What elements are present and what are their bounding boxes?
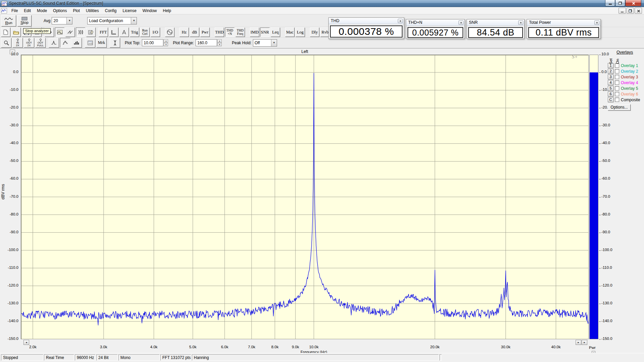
spin-down-icon[interactable]: ▼ xyxy=(217,43,222,47)
spectrum-plot[interactable] xyxy=(21,55,589,339)
overlay-checkbox[interactable] xyxy=(615,75,619,79)
overlay-checkbox[interactable] xyxy=(615,69,619,73)
thd-freq-button[interactable]: THDFreq xyxy=(235,27,245,37)
menu-item[interactable]: Options xyxy=(50,7,70,14)
menu-item[interactable]: Mode xyxy=(34,7,50,14)
bar-graph-button[interactable] xyxy=(71,38,82,48)
overlay-checkbox[interactable] xyxy=(615,86,619,90)
new-file-button[interactable] xyxy=(1,27,10,37)
marker-button[interactable]: Mrk xyxy=(96,38,107,48)
menu-item[interactable]: Help xyxy=(160,7,174,14)
spin-down-icon[interactable]: ▼ xyxy=(164,43,168,47)
load-configuration-select[interactable]: Load Configuration ▼ xyxy=(87,17,137,24)
overlay-set-button[interactable]: 4 xyxy=(608,80,613,85)
scroll-right-button[interactable]: ► xyxy=(576,340,581,345)
report-button[interactable] xyxy=(86,27,96,37)
menu-item[interactable]: File xyxy=(8,7,21,14)
power-units-button[interactable]: Pwr xyxy=(200,27,210,37)
menu-item[interactable]: Window xyxy=(140,7,160,14)
step-curve-button[interactable] xyxy=(60,38,70,48)
mdi-minimize-button[interactable] xyxy=(619,8,626,14)
scroll-left-button[interactable]: ◄ xyxy=(23,340,29,345)
menu-item[interactable]: Edit xyxy=(21,7,34,14)
dropdown-arrow-icon[interactable]: ▼ xyxy=(131,17,137,24)
imd-button[interactable]: IMD xyxy=(250,27,259,37)
y-axis-tick: -110.0 xyxy=(0,265,18,269)
plot-top-input[interactable]: 10.00 xyxy=(142,39,163,46)
plot-display-button[interactable] xyxy=(55,27,64,37)
total-power-panel-close-button[interactable] xyxy=(594,20,599,25)
fft-settings-button[interactable]: FFT xyxy=(99,27,108,37)
overlay-set-button[interactable]: 5 xyxy=(608,86,613,91)
window-titlebar[interactable]: SC SpectraPLUS-SC Sound Card Edition - [… xyxy=(0,0,644,7)
scaling-button[interactable] xyxy=(109,27,118,37)
calibration-button[interactable] xyxy=(119,27,129,37)
hz-units-button[interactable]: Hz xyxy=(179,27,189,37)
overlay-set-button[interactable]: 3 xyxy=(608,74,613,79)
dropdown-arrow-icon[interactable]: ▼ xyxy=(66,17,72,24)
plot-range-input[interactable]: 160.0 xyxy=(196,39,217,46)
zoom-button[interactable] xyxy=(1,38,11,48)
trigger-button[interactable]: Trig xyxy=(130,27,139,37)
leq-button[interactable]: Leq xyxy=(271,27,280,37)
display-options-button[interactable] xyxy=(85,38,95,48)
menu-item[interactable]: Plot xyxy=(70,7,83,14)
overlay-checkbox[interactable] xyxy=(615,63,619,68)
vertical-range-button[interactable] xyxy=(110,38,120,48)
db-units-button[interactable]: dB xyxy=(190,27,199,37)
status-bar: StoppedReal Time96000 Hz24 BitMonoFFT 13… xyxy=(0,353,644,362)
thd-n-panel-close-button[interactable] xyxy=(459,20,464,25)
mdi-restore-button[interactable] xyxy=(627,8,634,14)
snr-panel-close-button[interactable] xyxy=(518,20,523,25)
thd-n-button[interactable]: THD+N xyxy=(225,27,234,37)
signal-generator-button[interactable] xyxy=(165,27,174,37)
restore-button[interactable] xyxy=(615,0,625,6)
logging-button[interactable]: Log xyxy=(296,27,305,37)
scroll-right-button-2[interactable]: ► xyxy=(582,340,587,345)
zoom-in-2x-button[interactable]: IN2X xyxy=(12,38,23,48)
zoom-out-2x-button[interactable]: OUT2X xyxy=(24,38,34,48)
overlay-label: Composite xyxy=(621,98,640,102)
app-icon: SC xyxy=(1,1,7,6)
zoom-out-full-button[interactable]: OUTFULL xyxy=(35,38,46,48)
open-file-button[interactable] xyxy=(11,27,21,37)
plot-top-spinner[interactable]: ▲▼ xyxy=(164,39,168,46)
menu-item[interactable]: License xyxy=(119,7,139,14)
avg-select[interactable]: 20 ▼ xyxy=(52,17,72,24)
overlay-checkbox[interactable] xyxy=(615,80,619,85)
minimize-button[interactable] xyxy=(605,0,615,6)
y-axis-tick: -70.0 xyxy=(0,194,18,198)
overlays-options-button[interactable]: Options... xyxy=(608,104,631,111)
peak-hold-select[interactable]: Off ▼ xyxy=(253,39,277,47)
overlay-checkbox[interactable] xyxy=(615,92,619,96)
delay-button[interactable]: Dly xyxy=(310,27,319,37)
thd-panel-close-button[interactable] xyxy=(398,19,403,23)
y-axis-tick-right: -110.0 xyxy=(601,265,612,269)
menu-item[interactable]: Config xyxy=(102,7,120,14)
snr-button[interactable]: SNR xyxy=(260,27,270,37)
thd-button[interactable]: THD xyxy=(215,27,224,37)
dropdown-arrow-icon[interactable]: ▼ xyxy=(271,40,277,46)
spin-up-icon[interactable]: ▲ xyxy=(217,39,222,43)
io-button[interactable]: I/O xyxy=(151,27,160,37)
minimize-icon xyxy=(609,4,612,5)
overlay-set-button[interactable]: C xyxy=(608,97,613,102)
macro-button[interactable]: Mac xyxy=(285,27,294,37)
run-button[interactable]: Run xyxy=(1,15,16,26)
overlay-checkbox[interactable] xyxy=(615,98,619,102)
y-axis-tick: -30.0 xyxy=(0,123,18,127)
overlay-set-button[interactable]: 6 xyxy=(608,92,613,97)
mdi-close-button[interactable] xyxy=(635,8,642,14)
run-control-button[interactable]: RunCtrl xyxy=(140,27,150,37)
stop-button[interactable]: Stop xyxy=(17,15,32,26)
overlays-title: Overlays xyxy=(616,50,643,55)
spectrogram-button[interactable] xyxy=(76,27,85,37)
menu-item[interactable]: Utilities xyxy=(83,7,102,14)
waveform-button[interactable] xyxy=(65,27,75,37)
spin-up-icon[interactable]: ▲ xyxy=(164,39,168,43)
status-segment: Mono xyxy=(118,354,160,361)
overlay-set-button[interactable]: 2 xyxy=(608,69,613,74)
plot-range-spinner[interactable]: ▲▼ xyxy=(217,39,222,46)
close-button[interactable] xyxy=(625,0,641,6)
peak-curve-button[interactable] xyxy=(49,38,59,48)
